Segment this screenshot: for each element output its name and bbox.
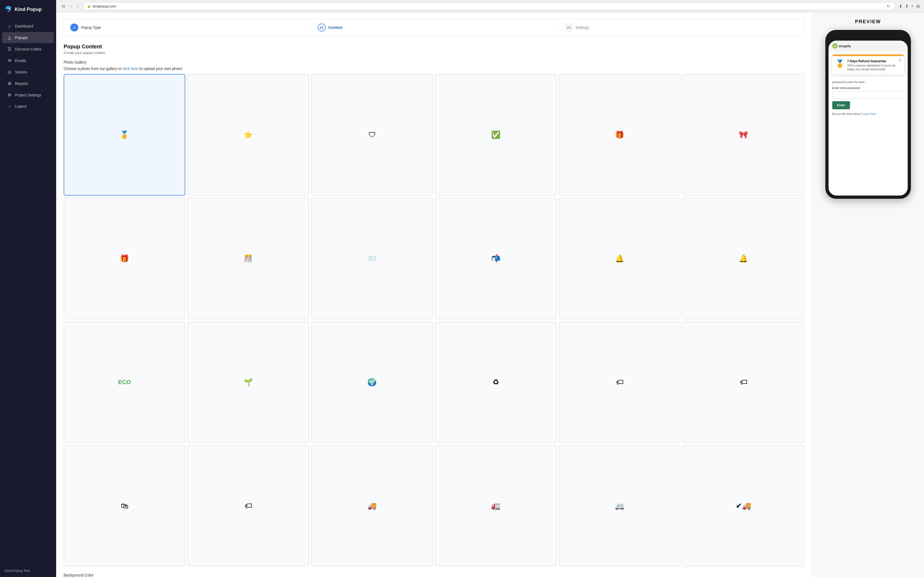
- photo-gallery: 🥇 ⭐ 🛡 ✅ 🎁 🎀 🎁 🎊 📨 📬 🔔 🔔 ECO 🌱 🌍 ♻ 🏷 🏷 🛍: [64, 74, 804, 567]
- photo-truck-fast[interactable]: 🚚: [311, 445, 433, 567]
- photo-eco-leaf[interactable]: ECO: [64, 321, 185, 443]
- sidebar-item-reports[interactable]: ⊞ Reports: [2, 78, 54, 89]
- photo-gift-box[interactable]: 🎀: [683, 74, 804, 195]
- emails-icon: ✉: [7, 58, 12, 63]
- phone-notch: [852, 33, 884, 40]
- browser-bar: ⊟ ‹ › 🔒 kindpopup.com ↻ ⬇ ⬆ + ⊞: [56, 0, 924, 13]
- photo-eco-globe[interactable]: 🌍: [311, 321, 433, 443]
- shopify-logo-text: shopify: [839, 44, 851, 48]
- photo-shield-thumbs[interactable]: 🛡: [311, 74, 433, 195]
- photo-sale-tag[interactable]: 🛍: [64, 445, 185, 567]
- password-enter-button[interactable]: Enter: [832, 101, 850, 109]
- sidebar-item-project-settings[interactable]: ⚙ Project Settings: [2, 89, 54, 100]
- preview-popup: 🥇 7 Days Refund Guarantee 100% customer …: [832, 54, 905, 75]
- sidebar-label-visitors: Visitors: [15, 70, 27, 74]
- popup-body: 🥇 7 Days Refund Guarantee 100% customer …: [832, 56, 904, 74]
- photo-star-badge[interactable]: ⭐: [187, 74, 309, 195]
- sidebar-item-dashboard[interactable]: ⌂ Dashboard: [2, 21, 54, 32]
- logo-icon: 🐬: [5, 6, 12, 13]
- step-1-circle: ✓: [70, 24, 78, 32]
- grid-icon[interactable]: ⊞: [916, 4, 920, 9]
- sidebar-item-logout[interactable]: → Logout: [2, 101, 54, 112]
- logout-icon: →: [7, 104, 12, 109]
- step-2-circle: 02: [318, 24, 326, 32]
- photo-truck-check[interactable]: ✔🚚: [683, 445, 804, 567]
- browser-controls: ⊟ ‹ ›: [60, 3, 80, 9]
- settings-icon: ⚙: [7, 92, 12, 97]
- sidebar-logo: 🐬 Kind Popup: [0, 0, 56, 19]
- photo-discount-percent[interactable]: 🏷: [559, 321, 680, 443]
- sidebar-item-popups[interactable]: △ Popups: [2, 32, 54, 43]
- step-content: 02 Content: [311, 19, 557, 36]
- photo-sale-percent[interactable]: 🏷: [187, 445, 309, 567]
- step-2-label: Content: [328, 25, 342, 30]
- phone-screen: S shopify 🥇 7 Days Refund Guarantee: [829, 40, 908, 195]
- password-section: password to enter the store. Enter store…: [829, 77, 908, 119]
- step-1-label: Popup Type: [81, 25, 101, 30]
- photo-gallery-instruction: Choose a photo from our gallery or click…: [64, 66, 804, 71]
- popup-headline: 7 Days Refund Guarantee: [847, 59, 901, 63]
- back-button[interactable]: ‹: [69, 3, 74, 9]
- logo-text: Kind Popup: [15, 7, 42, 12]
- password-footer: Are you the store owner? Log in here: [832, 113, 904, 115]
- forward-button[interactable]: ›: [76, 3, 80, 9]
- photo-gift-open[interactable]: 🎁: [559, 74, 680, 195]
- section-title: Popup Content: [64, 44, 804, 50]
- sidebar-label-discount-codes: Discount Codes: [15, 47, 42, 51]
- sidebar-label-popups: Popups: [15, 35, 27, 40]
- share-icon[interactable]: ⬆: [905, 4, 908, 9]
- background-color-label: Background Color: [64, 573, 804, 577]
- step-3-label: Settings: [575, 25, 589, 30]
- photo-award-check[interactable]: 🥇: [64, 74, 185, 195]
- new-tab-icon[interactable]: +: [911, 4, 914, 9]
- store-owner-text: Are you the store owner?: [832, 113, 862, 115]
- sidebar-label-dashboard: Dashboard: [15, 24, 34, 28]
- photo-eco-recycle[interactable]: ♻: [435, 321, 557, 443]
- content-area: ✓ Popup Type › 02 Content › 03 Settings …: [56, 13, 924, 577]
- reports-icon: ⊞: [7, 81, 12, 86]
- sidebar-item-discount-codes[interactable]: ☰ Discount Codes: [2, 44, 54, 55]
- photo-eco-plant[interactable]: 🌱: [187, 321, 309, 443]
- login-link[interactable]: Log in here: [863, 113, 876, 115]
- url-bar[interactable]: 🔒 kindpopup.com ↻: [83, 2, 895, 10]
- lock-icon: 🔒: [87, 5, 91, 8]
- stepper: ✓ Popup Type › 02 Content › 03 Settings: [64, 19, 804, 36]
- sidebar-label-emails: Emails: [15, 58, 26, 63]
- photo-bell-chat[interactable]: 🔔: [683, 198, 804, 319]
- sidebar: 🐬 Kind Popup ⌂ Dashboard △ Popups ☰ Disc…: [0, 0, 56, 577]
- sidebar-item-visitors[interactable]: ◎ Visitors: [2, 66, 54, 77]
- upload-link[interactable]: click here: [123, 66, 138, 71]
- photo-discount-off[interactable]: 🏷: [683, 321, 804, 443]
- password-note: password to enter the store.: [832, 81, 904, 84]
- photo-gift-bow[interactable]: 🎊: [187, 198, 309, 319]
- sidebar-item-emails[interactable]: ✉ Emails: [2, 55, 54, 66]
- password-input[interactable]: [832, 91, 904, 98]
- sidebar-footer: Kind Popup Test: [0, 564, 56, 577]
- preview-title: PREVIEW: [855, 19, 881, 24]
- refresh-button[interactable]: ↻: [885, 3, 892, 9]
- step-3-circle: 03: [565, 24, 573, 32]
- photo-envelope-open[interactable]: 📨: [311, 198, 433, 319]
- photo-truck-free2[interactable]: 🚐: [559, 445, 680, 567]
- background-color-field: Background Color: [64, 573, 804, 577]
- sidebar-nav: ⌂ Dashboard △ Popups ☰ Discount Codes ✉ …: [0, 19, 56, 564]
- popup-icon: 🥇: [835, 59, 845, 68]
- photo-gallery-label: Photo Gallery: [64, 60, 804, 64]
- sidebar-toggle-button[interactable]: ⊟: [60, 3, 67, 9]
- popup-text: 7 Days Refund Guarantee 100% customer sa…: [847, 59, 901, 71]
- step-settings: 03 Settings: [558, 19, 804, 36]
- photo-envelope-notif[interactable]: 📬: [435, 198, 557, 319]
- left-panel: ✓ Popup Type › 02 Content › 03 Settings …: [56, 13, 812, 577]
- download-icon[interactable]: ⬇: [899, 4, 902, 9]
- photo-bell-ring[interactable]: 🔔: [559, 198, 680, 319]
- sidebar-label-project-settings: Project Settings: [15, 93, 41, 97]
- photo-gift-pink[interactable]: 🎁: [64, 198, 185, 319]
- sidebar-footer-label: Kind Popup Test: [5, 569, 30, 573]
- right-panel: PREVIEW S shopify: [812, 13, 924, 577]
- url-text: kindpopup.com: [92, 4, 116, 8]
- shopify-page: S shopify 🥇 7 Days Refund Guarantee: [829, 40, 908, 119]
- popup-close-button[interactable]: ✕: [898, 58, 901, 62]
- shopify-header: S shopify: [829, 40, 908, 52]
- photo-shield-check[interactable]: ✅: [435, 74, 557, 195]
- photo-truck-free[interactable]: 🚛: [435, 445, 557, 567]
